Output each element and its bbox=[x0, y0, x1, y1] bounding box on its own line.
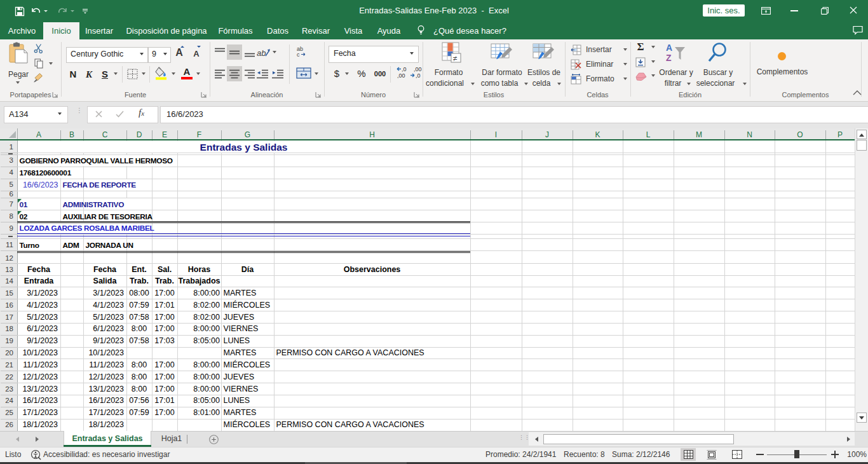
svg-text:A: A bbox=[666, 43, 672, 53]
svg-text:,0: ,0 bbox=[402, 66, 407, 72]
svg-text:,00: ,00 bbox=[414, 66, 422, 72]
svg-text:,0: ,0 bbox=[416, 72, 421, 79]
svg-text:Z: Z bbox=[666, 53, 672, 63]
svg-text:≠: ≠ bbox=[453, 54, 458, 63]
svg-text:ab: ab bbox=[257, 48, 266, 58]
svg-text:,00: ,00 bbox=[397, 72, 405, 79]
svg-text:c: c bbox=[297, 51, 300, 57]
